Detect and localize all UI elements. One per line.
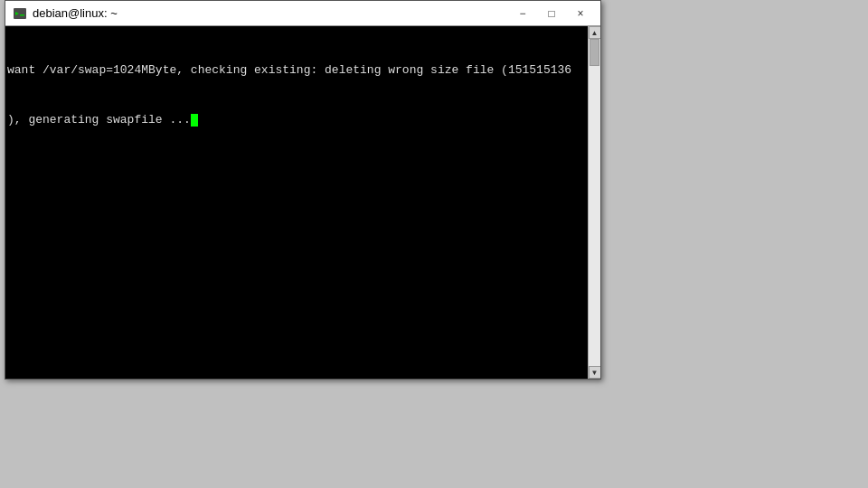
terminal-wrapper: want /var/swap=1024MByte, checking exist… <box>5 26 600 379</box>
scrollbar-down-arrow[interactable]: ▼ <box>589 366 601 379</box>
scrollbar-thumb[interactable] <box>590 39 599 66</box>
titlebar-icon <box>13 6 27 21</box>
titlebar-controls: − □ × <box>510 4 593 23</box>
scrollbar-vertical: ▲ ▼ <box>588 26 600 379</box>
svg-rect-2 <box>20 14 24 16</box>
minimize-button[interactable]: − <box>510 4 535 23</box>
terminal-cursor <box>191 114 198 127</box>
terminal-content[interactable]: want /var/swap=1024MByte, checking exist… <box>5 26 588 379</box>
titlebar-title: debian@linux: ~ <box>33 6 510 20</box>
scrollbar-track[interactable] <box>589 39 600 366</box>
terminal-window: debian@linux: ~ − □ × want /var/swap=102… <box>5 0 601 380</box>
titlebar: debian@linux: ~ − □ × <box>5 1 600 26</box>
maximize-button[interactable]: □ <box>539 4 564 23</box>
terminal-line-1: want /var/swap=1024MByte, checking exist… <box>7 62 586 79</box>
terminal-line-2: ), generating swapfile ... <box>7 112 586 128</box>
scrollbar-up-arrow[interactable]: ▲ <box>589 26 601 39</box>
terminal-line-2-text: ), generating swapfile ... <box>7 113 191 127</box>
close-button[interactable]: × <box>568 4 593 23</box>
